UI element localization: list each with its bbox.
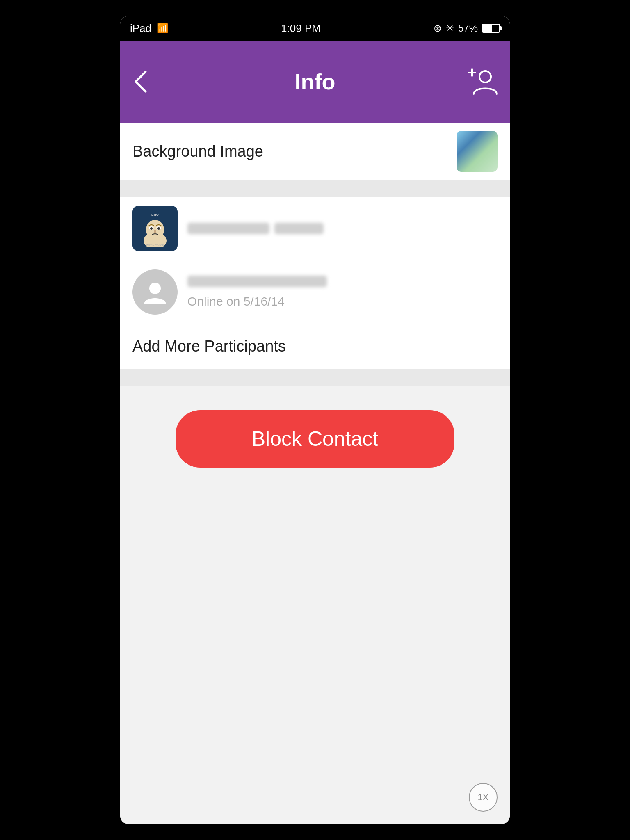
block-contact-button[interactable]: Block Contact [176, 410, 454, 468]
participant-2-name: Online on 5/16/14 [187, 276, 327, 308]
participant-1-name [187, 223, 324, 234]
status-bar: iPad 📶 1:09 PM ⊛ ✳ 57% [120, 16, 510, 41]
section-gap-2 [120, 369, 510, 386]
background-thumbnail[interactable] [457, 131, 498, 172]
block-section: Block Contact [120, 386, 510, 492]
svg-text:WETIN CONCE: WETIN CONCE [146, 244, 164, 247]
participants-section: BRO [120, 197, 510, 324]
participant-row-2[interactable]: Online on 5/16/14 [120, 260, 510, 324]
status-left: iPad 📶 [130, 22, 168, 35]
avatar-meme: BRO [132, 206, 178, 251]
background-image-label: Background Image [132, 143, 263, 160]
device-label: iPad [130, 22, 151, 35]
svg-point-13 [149, 283, 161, 294]
svg-text:BRO: BRO [151, 213, 159, 217]
device-frame: iPad 📶 1:09 PM ⊛ ✳ 57% Info [120, 16, 510, 824]
bluetooth-icon: ✳ [446, 23, 454, 34]
wifi-icon: 📶 [157, 23, 168, 34]
scale-badge: 1X [469, 783, 498, 812]
add-contact-button[interactable] [465, 65, 498, 98]
nav-bar: Info [120, 41, 510, 123]
avatar-default [132, 269, 178, 315]
page-title: Info [295, 69, 336, 94]
status-time: 1:09 PM [281, 22, 321, 35]
participant-row-1[interactable]: BRO [120, 197, 510, 260]
add-participants-label: Add More Participants [132, 338, 286, 355]
content-area: Background Image BRO [120, 123, 510, 824]
status-right: ⊛ ✳ 57% [434, 23, 500, 34]
battery-icon [482, 24, 500, 33]
svg-point-2 [479, 71, 491, 82]
svg-point-10 [158, 227, 160, 230]
background-image-row[interactable]: Background Image [120, 123, 510, 180]
add-participants-row[interactable]: Add More Participants [120, 324, 510, 369]
settings-icon: ⊛ [434, 23, 442, 34]
section-gap-1 [120, 180, 510, 197]
back-button[interactable] [132, 69, 149, 94]
svg-point-9 [150, 227, 153, 230]
svg-point-11 [154, 230, 156, 233]
battery-percent: 57% [458, 23, 478, 34]
online-status: Online on 5/16/14 [187, 294, 327, 308]
